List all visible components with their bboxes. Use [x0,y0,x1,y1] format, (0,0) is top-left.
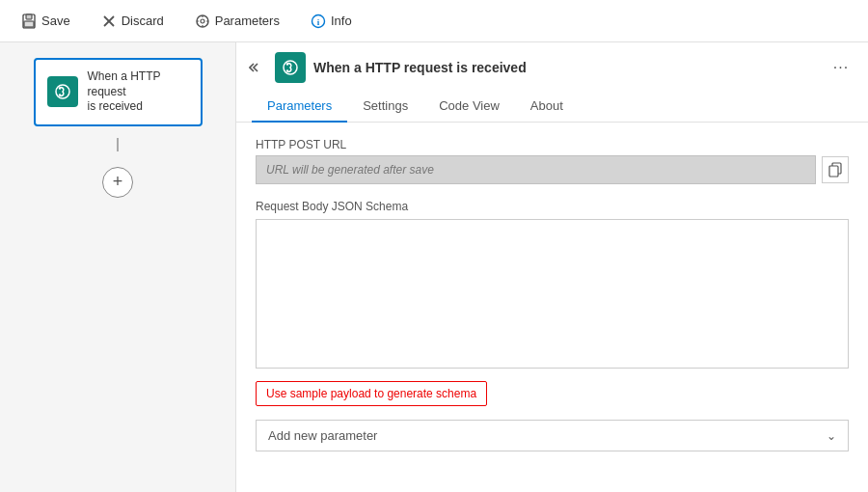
tab-parameters[interactable]: Parameters [252,91,347,123]
svg-rect-2 [24,21,34,27]
url-field-container: URL will be generated after save [256,155,849,184]
right-panel-icon [275,52,306,83]
svg-rect-1 [26,14,32,19]
tab-about[interactable]: About [515,91,579,123]
schema-textarea[interactable] [256,219,849,369]
discard-icon [101,14,117,29]
save-icon [21,14,37,29]
trigger-node-icon [47,76,78,107]
svg-rect-20 [829,166,838,177]
url-field: URL will be generated after save [256,155,816,184]
save-label: Save [41,14,70,28]
more-options-button[interactable]: ··· [829,56,853,79]
parameters-button[interactable]: Parameters [189,10,285,33]
url-placeholder-text: URL will be generated after save [266,163,434,177]
discard-label: Discard [122,14,164,28]
trigger-node[interactable]: When a HTTP request is received [34,58,203,126]
toolbar: Save Discard Parameters [0,0,868,42]
right-panel-title: When a HTTP request is received [313,60,822,75]
info-label: Info [331,14,352,28]
info-button[interactable]: i Info [305,10,358,33]
schema-label: Request Body JSON Schema [256,200,849,213]
tab-bar: Parameters Settings Code View About [236,91,868,123]
collapse-button[interactable] [244,56,267,79]
svg-point-15 [58,95,60,96]
right-panel: When a HTTP request is received ··· Para… [236,42,868,492]
add-step-button[interactable]: + [102,167,133,198]
add-parameter-row[interactable]: Add new parameter ⌄ [256,420,849,451]
svg-point-17 [286,63,288,65]
svg-point-18 [286,69,288,71]
left-panel: When a HTTP request is received + [0,42,236,492]
right-panel-header: When a HTTP request is received ··· [236,42,868,83]
main-layout: When a HTTP request is received + [0,42,868,492]
connector-line [117,138,119,151]
sample-payload-button[interactable]: Use sample payload to generate schema [256,381,487,406]
parameters-icon [195,14,210,29]
info-icon: i [311,14,326,29]
svg-text:i: i [317,17,320,27]
url-field-label: HTTP POST URL [256,138,849,151]
copy-url-button[interactable] [822,156,849,183]
tab-settings[interactable]: Settings [347,91,423,123]
save-button[interactable]: Save [15,10,76,33]
parameters-content: HTTP POST URL URL will be generated afte… [236,123,868,492]
chevron-down-icon: ⌄ [827,429,836,443]
add-param-label: Add new parameter [268,428,377,443]
parameters-label: Parameters [215,14,280,28]
tab-code-view[interactable]: Code View [423,91,515,123]
discard-button[interactable]: Discard [95,10,170,33]
trigger-node-label: When a HTTP request is received [88,69,189,115]
svg-point-14 [58,88,60,90]
svg-point-6 [201,19,204,23]
